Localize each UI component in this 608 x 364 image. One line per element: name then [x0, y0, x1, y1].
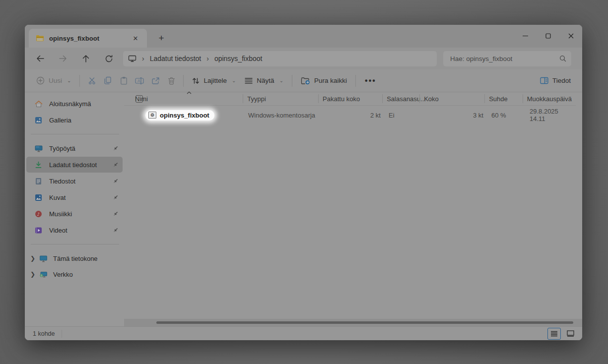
sidebar: Aloitusnäkymä Galleria Työpöytä [25, 92, 124, 326]
tab-close-icon[interactable]: ✕ [129, 32, 142, 45]
new-tab-button[interactable]: + [153, 30, 170, 47]
more-options-button[interactable]: ••• [360, 76, 381, 85]
search-box[interactable] [443, 51, 571, 66]
details-pane-label: Tiedot [552, 77, 571, 84]
sidebar-item-label: Verkko [53, 271, 73, 278]
large-icons-view-button[interactable] [564, 328, 577, 340]
horizontal-scrollbar-thumb[interactable] [156, 321, 573, 324]
expand-chevron-icon[interactable]: ❯ [29, 271, 37, 278]
videos-icon [34, 227, 43, 234]
download-icon [34, 161, 43, 169]
details-pane-icon [540, 77, 548, 84]
refresh-button[interactable] [101, 51, 116, 66]
new-button[interactable]: Uusi ⌄ [32, 72, 75, 89]
sidebar-item-documents[interactable]: Tiedostot [26, 173, 123, 189]
pin-icon [113, 162, 119, 168]
column-header-ratio[interactable]: Suhde [485, 92, 523, 105]
breadcrumb-chevron-icon: › [205, 55, 210, 62]
tab-opinsys-fixboot[interactable]: opinsys_fixboot ✕ [29, 29, 147, 48]
sidebar-item-videos[interactable]: Videot [26, 222, 123, 238]
column-header-password[interactable]: Salasanasu... [383, 92, 420, 105]
desktop-icon [34, 145, 43, 152]
sidebar-divider [31, 244, 119, 244]
sidebar-item-gallery[interactable]: Galleria [26, 112, 123, 128]
file-ratio: 60 % [487, 112, 526, 119]
sidebar-item-network[interactable]: ❯ Verkko [25, 266, 124, 282]
breadcrumb-chevron-icon: › [141, 55, 145, 62]
column-header-packed-size[interactable]: Pakattu koko [319, 92, 383, 105]
window-body: Aloitusnäkymä Galleria Työpöytä [25, 92, 582, 326]
desktop-location-icon[interactable] [128, 55, 136, 62]
file-packed-size: 2 kt [320, 112, 385, 119]
chevron-down-icon: ⌄ [67, 78, 71, 83]
maximize-button[interactable] [537, 25, 559, 47]
sidebar-item-this-pc[interactable]: ❯ Tämä tietokone [25, 250, 124, 266]
details-view-button[interactable] [547, 328, 561, 340]
file-modified: 29.8.2025 14.11 [526, 108, 576, 122]
expand-chevron-icon[interactable]: ❯ [29, 255, 37, 262]
rename-button[interactable]: A [132, 72, 147, 89]
view-button[interactable]: Näytä ⌄ [240, 72, 288, 89]
column-header-size[interactable]: Koko [420, 92, 485, 105]
screen-background: { "window": { "tab": { "title": "opinsys… [0, 0, 608, 364]
sidebar-item-label: Työpöytä [49, 145, 113, 152]
sidebar-item-label: Kuvat [49, 194, 113, 201]
address-bar[interactable]: › Ladatut tiedostot › opinsys_fixboot [123, 51, 437, 66]
file-type: Windows-komentosarja [244, 112, 320, 119]
breadcrumb-current-folder[interactable]: opinsys_fixboot [214, 55, 263, 62]
sidebar-item-desktop[interactable]: Työpöytä [26, 140, 123, 156]
column-header-name[interactable]: Nimi [124, 92, 243, 105]
sidebar-item-home[interactable]: Aloitusnäkymä [26, 96, 123, 112]
table-row[interactable]: ⚙ opinsys_fixboot Windows-komentosarja 2… [124, 108, 576, 122]
navigation-bar: › Ladatut tiedostot › opinsys_fixboot [25, 48, 582, 69]
copy-button[interactable] [100, 72, 116, 89]
close-button[interactable] [559, 25, 582, 47]
back-button[interactable] [33, 51, 48, 66]
column-header-type[interactable]: Tyyppi [243, 92, 319, 105]
item-count: 1 kohde [25, 330, 62, 337]
batch-file-icon: ⚙ [148, 112, 156, 119]
sidebar-divider [31, 134, 119, 134]
view-lines-icon [245, 77, 253, 84]
this-pc-icon [39, 255, 48, 262]
tab-title: opinsys_fixboot [49, 35, 129, 42]
sidebar-item-label: Tiedostot [49, 178, 113, 185]
breadcrumb-downloads[interactable]: Ladatut tiedostot [150, 55, 202, 62]
pin-icon [113, 178, 119, 184]
delete-button[interactable] [163, 72, 179, 89]
music-icon: ♪ [34, 210, 43, 218]
status-bar: 1 kohde [25, 326, 582, 340]
column-header-modified[interactable]: Muokkauspäivä [523, 92, 576, 105]
extract-all-button[interactable]: Pura kaikki [296, 72, 351, 89]
new-button-label: Uusi [49, 77, 62, 84]
sidebar-item-music[interactable]: ♪ Musiikki [26, 206, 123, 222]
sidebar-item-downloads[interactable]: Ladatut tiedostot [26, 157, 123, 173]
toolbar-separator [79, 75, 80, 87]
plus-circle-icon [36, 76, 45, 85]
share-button[interactable] [147, 72, 163, 89]
toolbar-separator [355, 75, 356, 87]
highlighted-file[interactable]: ⚙ opinsys_fixboot [145, 110, 214, 121]
pin-icon [113, 194, 119, 200]
up-button[interactable] [78, 51, 93, 66]
cut-button[interactable] [84, 72, 100, 89]
sort-button-label: Lajittele [203, 77, 227, 84]
file-password: Ei [385, 112, 422, 119]
tab-bar: opinsys_fixboot ✕ + [25, 25, 582, 48]
sidebar-item-label: Tämä tietokone [53, 255, 98, 262]
paste-button[interactable] [116, 72, 132, 89]
document-icon [34, 178, 43, 185]
search-icon [559, 55, 566, 62]
sort-arrows-icon [192, 77, 200, 85]
search-input[interactable] [450, 55, 559, 62]
sidebar-item-pictures[interactable]: Kuvat [26, 189, 123, 205]
file-name: opinsys_fixboot [160, 112, 209, 119]
sort-button[interactable]: Lajittele ⌄ [188, 72, 240, 89]
details-pane-button[interactable]: Tiedot [536, 72, 575, 89]
forward-button[interactable] [56, 51, 70, 66]
horizontal-scrollbar [124, 319, 582, 326]
minimize-button[interactable] [514, 25, 537, 47]
pin-icon [113, 211, 119, 217]
svg-text:A: A [137, 78, 140, 83]
sidebar-item-label: Aloitusnäkymä [49, 100, 119, 108]
